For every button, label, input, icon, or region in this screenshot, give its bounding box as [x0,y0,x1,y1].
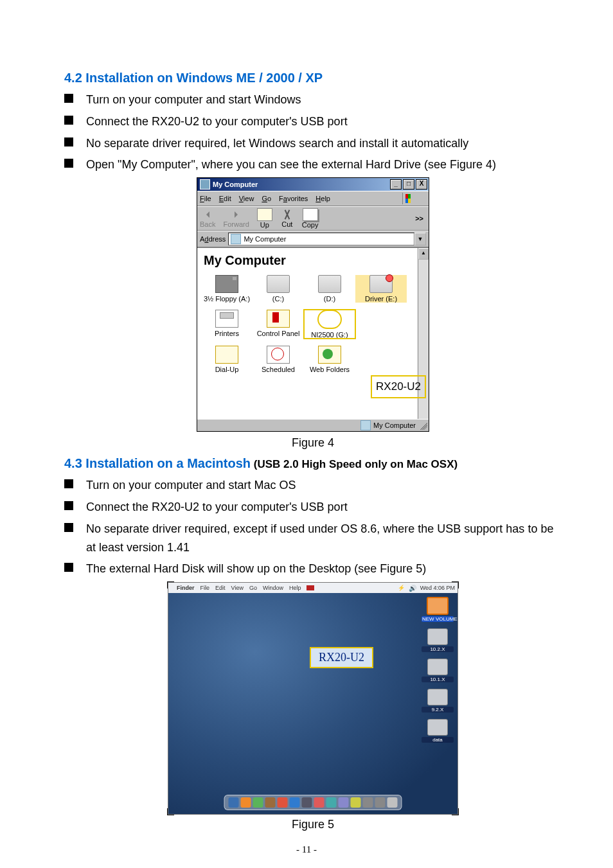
address-input[interactable]: My Computer [228,233,414,245]
address-label: Address [200,235,226,243]
dial-up[interactable]: Dial-Up [201,346,253,373]
bullet-text: Turn on your computer and start Mac OS [86,476,562,495]
bullet-text: No separate driver required, let Windows… [86,134,562,153]
dock-item[interactable] [290,797,300,808]
g-drive[interactable]: NI2500 (G:) [304,310,355,339]
bullet-icon [64,501,73,510]
crop-mark-icon [452,808,459,815]
hd-data[interactable]: data [422,719,454,743]
menu-go[interactable]: Go [262,195,271,202]
bullet-text: No separate driver required, except if u… [86,520,562,557]
dock-item[interactable] [326,797,337,808]
heading-4-2: 4.2 Installation on Windows ME / 2000 / … [64,71,562,85]
bullet-text: Connect the RX20-U2 to your computer's U… [86,498,562,517]
d-drive[interactable]: (D:) [304,275,355,303]
dock-item[interactable] [314,797,324,808]
figure5-caption: Figure 5 [64,818,562,831]
toolbar-overflow-icon[interactable]: >> [413,215,426,222]
bullet-icon [64,479,73,488]
floppy-drive[interactable]: 3½ Floppy (A:) [201,275,253,303]
web-folders[interactable]: Web Folders [304,346,355,373]
app-icon [200,179,210,190]
maximize-button[interactable]: □ [403,179,414,190]
dock-item[interactable] [302,797,312,808]
cut-button[interactable]: Cut [280,209,294,228]
scroll-up-icon[interactable]: ▲ [418,248,429,260]
bullet-icon [64,523,73,532]
menu-file[interactable]: File [200,195,211,202]
menu-finder[interactable]: Finder [177,585,195,591]
statusbar: My Computer [197,419,429,431]
menu-help[interactable]: Help [315,195,330,202]
speaker-icon[interactable]: 🔊 [409,585,416,592]
menu-view[interactable]: View [231,585,244,591]
resize-grip-icon[interactable] [418,421,427,430]
c-drive[interactable]: (C:) [253,275,304,303]
windows-logo-icon [402,193,418,204]
close-button[interactable]: X [416,179,427,190]
dock[interactable] [224,795,402,810]
titlebar[interactable]: My Computer _ □ X [197,178,429,191]
bullet-text: Connect the RX20-U2 to your computer's U… [86,112,562,131]
new-volume[interactable]: NEW VOLUME [422,597,454,622]
callout-rx20-u2: RX20-U2 [310,647,373,668]
bullet-icon [64,116,73,125]
menu-file[interactable]: File [200,585,210,591]
menu-edit[interactable]: Edit [219,195,231,202]
address-bar: Address My Computer ▼ [197,231,429,247]
menubar: File Edit View Go Favorites Help [197,191,429,206]
bullet-icon [64,563,73,572]
hd-10-2-x[interactable]: 10.2.X [422,628,454,652]
hd-10-1-x[interactable]: 10.1.X [422,659,454,682]
bullet-icon [64,159,73,168]
menu-view[interactable]: View [239,195,254,202]
computer-icon [231,234,241,244]
address-dropdown-icon[interactable]: ▼ [414,233,426,245]
dock-item[interactable] [253,797,263,808]
menu-go[interactable]: Go [249,585,257,591]
forward-button: Forward [223,209,249,228]
dock-item[interactable] [265,797,276,808]
dock-item[interactable] [351,797,361,808]
scheduled[interactable]: Scheduled [253,346,304,373]
hd-9-2-x[interactable]: 9.2.X [422,689,454,713]
dock-item[interactable] [387,797,398,808]
clock[interactable]: Wed 4:06 PM [420,585,455,591]
content-area: ▲ My Computer 3½ Floppy (A:) (C:) (D:) D… [197,247,429,419]
menu-favorites[interactable]: Favorites [279,195,308,202]
content-header: My Computer [204,253,425,268]
flag-icon[interactable] [306,585,314,590]
bullet-text: Turn on your computer and start Windows [86,91,562,109]
crop-mark-icon [167,808,174,815]
figure4-caption: Figure 4 [64,436,562,450]
e-drive[interactable]: Driver (E:) [355,275,407,303]
callout-rx20-u2: RX20-U2 [371,375,426,398]
dock-item[interactable] [278,797,288,808]
up-button[interactable]: Up [257,208,272,229]
minimize-button[interactable]: _ [390,179,402,190]
subheading-4-3: (USB 2.0 High Speed only on Mac OSX) [251,458,458,470]
crop-mark-icon [452,581,459,589]
menu-window[interactable]: Window [263,585,283,591]
dock-item[interactable] [229,797,239,808]
heading-4-3: 4.3 Installation on a Macintosh (USB 2.0… [64,456,562,471]
desktop-icons: NEW VOLUME 10.2.X 10.1.X 9.2.X data [422,597,454,749]
bullet-icon [64,137,73,146]
dock-item[interactable] [363,797,373,808]
dock-item[interactable] [375,797,386,808]
bullet-text: Open "My Computer", where you can see th… [86,155,562,174]
copy-button[interactable]: Copy [302,208,319,229]
back-button: Back [200,209,215,228]
menu-edit[interactable]: Edit [215,585,226,591]
address-value: My Computer [244,235,286,243]
menu-help[interactable]: Help [289,585,301,591]
bullet-text: The external Hard Disk will show up on t… [86,560,562,578]
mac-menubar: Finder File Edit View Go Window Help ⚡ 🔊… [168,583,458,593]
printers[interactable]: Printers [201,310,253,339]
dock-item[interactable] [339,797,349,808]
dock-item[interactable] [241,797,251,808]
battery-icon[interactable]: ⚡ [398,585,405,591]
control-panel[interactable]: Control Panel [253,310,304,339]
toolbar: Back Forward Up Cut Copy >> [197,206,429,231]
bullet-icon [64,94,73,103]
